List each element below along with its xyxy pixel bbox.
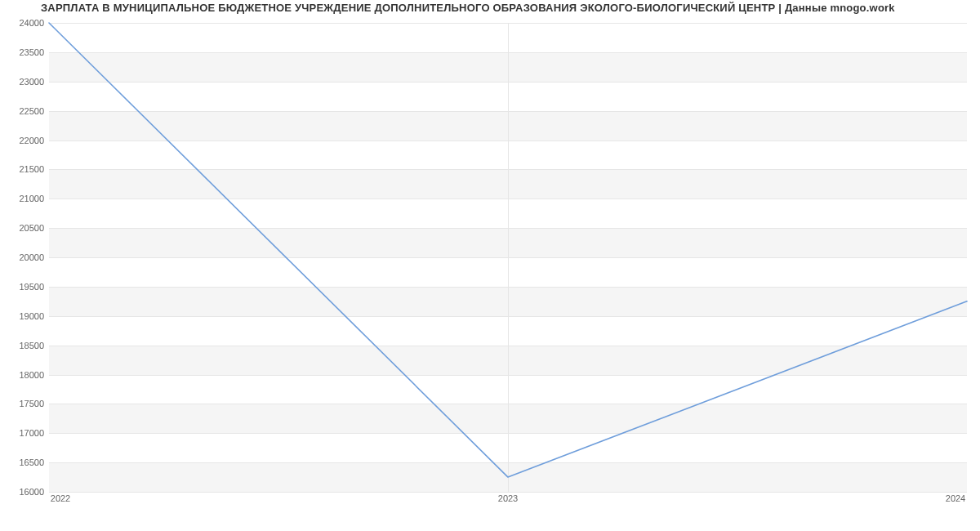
y-tick-label: 16000	[5, 487, 44, 497]
y-tick-label: 23500	[5, 47, 44, 57]
y-tick-label: 19000	[5, 311, 44, 321]
y-tick-label: 17500	[5, 399, 44, 408]
y-tick-label: 21000	[5, 194, 44, 203]
y-tick-label: 22000	[5, 136, 44, 145]
y-tick-label: 20000	[5, 252, 44, 262]
plot-area	[49, 23, 967, 492]
y-tick-label: 21500	[5, 164, 44, 174]
y-tick-label: 17000	[5, 428, 44, 438]
line-series	[49, 23, 967, 492]
y-tick-label: 18500	[5, 341, 44, 350]
y-tick-label: 23000	[5, 77, 44, 87]
y-tick-label: 19500	[5, 282, 44, 292]
y-tick-label: 24000	[5, 18, 44, 28]
y-tick-label: 22500	[5, 106, 44, 116]
y-tick-label: 20500	[5, 223, 44, 233]
chart-title: ЗАРПЛАТА В МУНИЦИПАЛЬНОЕ БЮДЖЕТНОЕ УЧРЕЖ…	[41, 2, 895, 14]
salary-line-chart: ЗАРПЛАТА В МУНИЦИПАЛЬНОЕ БЮДЖЕТНОЕ УЧРЕЖ…	[0, 0, 980, 531]
x-tick-label: 2024	[946, 493, 965, 503]
y-tick-label: 18000	[5, 370, 44, 380]
y-gridline	[49, 492, 967, 493]
y-tick-label: 16500	[5, 457, 44, 467]
x-tick-label: 2022	[51, 493, 70, 503]
x-tick-label: 2023	[498, 493, 518, 503]
